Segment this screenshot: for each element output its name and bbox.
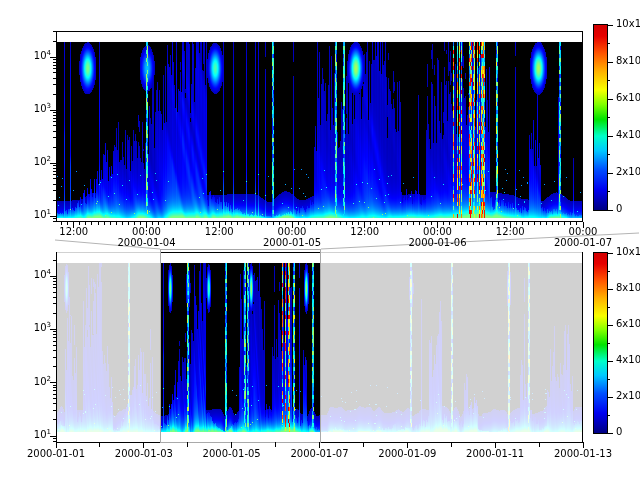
y-tick bbox=[53, 118, 56, 119]
y-tick bbox=[53, 131, 56, 132]
y-tick-label-base: 10 bbox=[34, 269, 47, 280]
colorbar-tick bbox=[607, 433, 613, 434]
x-tick bbox=[576, 222, 577, 225]
y-tick-label-exp: 3 bbox=[47, 102, 51, 110]
colorbar-tick-label: 6x107 bbox=[616, 318, 640, 329]
x-tick bbox=[61, 222, 62, 225]
x-tick bbox=[195, 222, 196, 225]
x-tick bbox=[298, 222, 299, 225]
colorbar-tick bbox=[607, 271, 610, 272]
y-tick-label: 104 bbox=[25, 269, 51, 280]
y-tick bbox=[53, 387, 56, 388]
y-tick-label-base: 10 bbox=[34, 156, 47, 167]
y-tick bbox=[53, 62, 56, 63]
y-tick bbox=[53, 394, 56, 395]
x-tick bbox=[431, 222, 432, 225]
x-tick bbox=[187, 442, 188, 447]
colorbar-tick bbox=[607, 99, 613, 100]
colorbar-tick-label: 4x107 bbox=[616, 354, 640, 365]
x-tick-label: 00:00 bbox=[569, 226, 598, 237]
colorbar-tick bbox=[607, 80, 610, 81]
y-tick bbox=[53, 438, 56, 439]
colorbar-tick bbox=[607, 397, 613, 398]
x-tick bbox=[413, 222, 414, 225]
colorbar-tick-label-base: 8x10 bbox=[616, 55, 640, 66]
x-tick bbox=[558, 222, 559, 225]
y-tick bbox=[53, 331, 56, 332]
y-tick bbox=[53, 65, 56, 66]
y-tick-label-exp: 4 bbox=[47, 268, 51, 276]
colorbar-tick bbox=[607, 253, 613, 254]
x-tick bbox=[231, 222, 232, 225]
x-tick bbox=[267, 222, 268, 225]
y-tick bbox=[53, 345, 56, 346]
y-tick bbox=[53, 112, 56, 113]
x-tick bbox=[479, 222, 480, 225]
colorbar-tick bbox=[607, 43, 610, 44]
y-tick bbox=[53, 221, 56, 222]
y-tick-label: 101 bbox=[25, 209, 51, 220]
x-tick bbox=[504, 222, 505, 225]
colorbar-tick bbox=[607, 343, 610, 344]
y-tick bbox=[53, 174, 56, 175]
x-tick bbox=[304, 222, 305, 225]
x-tick bbox=[225, 222, 226, 225]
colorbar-tick-label: 10x107 bbox=[616, 18, 640, 29]
y-tick bbox=[53, 78, 56, 79]
x-tick bbox=[207, 222, 208, 225]
y-tick-label: 102 bbox=[25, 376, 51, 387]
y-tick bbox=[53, 190, 56, 191]
x-tick-label: 00:00 bbox=[132, 226, 161, 237]
x-tick-label: 00:00 bbox=[278, 226, 307, 237]
x-tick bbox=[176, 222, 177, 225]
colorbar-tick-label: 8x107 bbox=[616, 282, 640, 293]
dimmed-region-left bbox=[57, 252, 160, 441]
y-tick-label: 102 bbox=[25, 156, 51, 167]
colorbar-tick-label: 10x107 bbox=[616, 246, 640, 257]
colorbar-tick bbox=[607, 191, 610, 192]
colorbar-tick bbox=[607, 25, 613, 26]
spectrogram-figure: 12:0000:002000-01-0412:0000:002000-01-05… bbox=[0, 0, 640, 480]
detail-spectrogram bbox=[57, 32, 582, 221]
x-tick bbox=[358, 222, 359, 225]
x-tick bbox=[564, 222, 565, 225]
y-tick-label-base: 10 bbox=[34, 50, 47, 61]
y-tick-label: 103 bbox=[25, 103, 51, 114]
dimmed-region-right bbox=[321, 252, 582, 441]
x-tick bbox=[340, 222, 341, 225]
x-tick bbox=[461, 222, 462, 225]
colorbar-tick-label-base: 4x10 bbox=[616, 129, 640, 140]
colorbar-tick-label: 2x107 bbox=[616, 390, 640, 401]
y-tick-label: 103 bbox=[25, 322, 51, 333]
x-tick bbox=[213, 222, 214, 225]
colorbar-tick bbox=[607, 307, 610, 308]
y-tick bbox=[53, 184, 56, 185]
x-tick bbox=[395, 222, 396, 225]
y-tick-label-base: 10 bbox=[34, 376, 47, 387]
x-tick bbox=[570, 222, 571, 225]
x-tick bbox=[249, 222, 250, 225]
colorbar-tick-label-base: 2x10 bbox=[616, 390, 640, 401]
x-tick-label: 2000-01-09 bbox=[378, 448, 436, 459]
y-tick bbox=[53, 366, 56, 367]
y-tick bbox=[53, 278, 56, 279]
x-tick bbox=[522, 222, 523, 225]
y-tick bbox=[53, 341, 56, 342]
x-tick bbox=[243, 222, 244, 225]
x-tick bbox=[492, 222, 493, 225]
y-tick-label-base: 10 bbox=[34, 103, 47, 114]
colorbar-tick-label: 0 bbox=[616, 203, 622, 214]
x-tick bbox=[182, 222, 183, 225]
x-tick bbox=[158, 222, 159, 225]
x-tick bbox=[540, 222, 541, 225]
selection-box[interactable] bbox=[160, 249, 321, 443]
colorbar-tick-label: 0 bbox=[616, 426, 622, 437]
y-tick bbox=[53, 390, 56, 391]
x-tick bbox=[443, 222, 444, 225]
y-tick bbox=[53, 178, 56, 179]
x-tick-label: 2000-01-01 bbox=[27, 448, 85, 459]
x-tick bbox=[539, 442, 540, 447]
x-tick bbox=[498, 222, 499, 225]
y-tick bbox=[53, 218, 56, 219]
x-tick bbox=[352, 222, 353, 225]
